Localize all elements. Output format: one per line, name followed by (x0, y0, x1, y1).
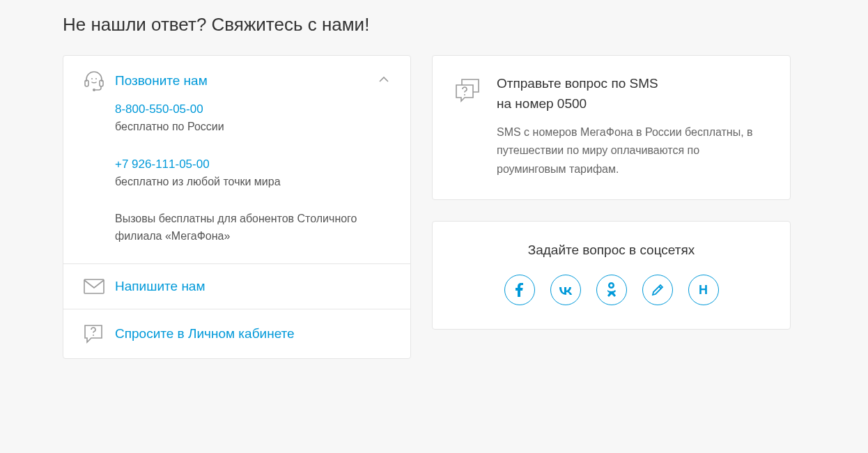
accordion-header-write[interactable]: Напишите нам (63, 264, 410, 309)
accordion-title-ask: Спросите в Личном кабинете (115, 326, 391, 341)
social-icons-row: H (454, 275, 769, 305)
pencil-icon[interactable] (642, 275, 673, 305)
svg-point-2 (93, 89, 95, 91)
call-note: Вызовы бесплатны для абонентов Столичног… (115, 210, 391, 245)
svg-point-3 (91, 78, 93, 79)
phone-link-russia[interactable]: 8-800-550-05-00 (115, 102, 203, 116)
facebook-icon[interactable] (504, 275, 535, 305)
sms-card: Отправьте вопрос по SMS на номер 0500 SM… (432, 55, 791, 200)
chat-question-icon (83, 323, 115, 344)
svg-point-4 (95, 78, 97, 79)
sms-description: SMS с номеров МегаФона в России бесплатн… (497, 123, 769, 178)
vk-icon[interactable] (550, 275, 581, 305)
social-card: Задайте вопрос в соцсетях H (432, 221, 791, 330)
phone-desc-world: бесплатно из любой точки мира (115, 174, 391, 191)
svg-point-6 (93, 335, 94, 336)
headset-icon (83, 70, 115, 92)
svg-rect-5 (84, 279, 104, 293)
social-title: Задайте вопрос в соцсетях (454, 243, 769, 258)
contact-accordion: Позвоните нам 8-800-550-05-00 бесплатно … (63, 55, 411, 359)
svg-point-7 (464, 94, 465, 95)
habr-icon[interactable]: H (688, 275, 719, 305)
ok-icon[interactable] (596, 275, 627, 305)
accordion-header-call[interactable]: Позвоните нам (63, 56, 410, 100)
chat-stack-icon (454, 74, 483, 107)
accordion-item-call: Позвоните нам 8-800-550-05-00 бесплатно … (63, 56, 410, 264)
chevron-up-icon (377, 72, 391, 89)
sms-title: Отправьте вопрос по SMS на номер 0500 (497, 74, 769, 114)
accordion-item-ask: Спросите в Личном кабинете (63, 309, 410, 358)
accordion-item-write: Напишите нам (63, 264, 410, 309)
accordion-header-ask[interactable]: Спросите в Личном кабинете (63, 309, 410, 358)
accordion-title-write: Напишите нам (115, 279, 391, 294)
page-heading: Не нашли ответ? Свяжитесь с нами! (63, 14, 805, 36)
phone-link-world[interactable]: +7 926-111-05-00 (115, 158, 210, 171)
accordion-body-call: 8-800-550-05-00 бесплатно по России +7 9… (63, 100, 410, 263)
accordion-title-call: Позвоните нам (115, 73, 377, 89)
phone-desc-russia: бесплатно по России (115, 118, 391, 136)
envelope-icon (83, 278, 115, 295)
